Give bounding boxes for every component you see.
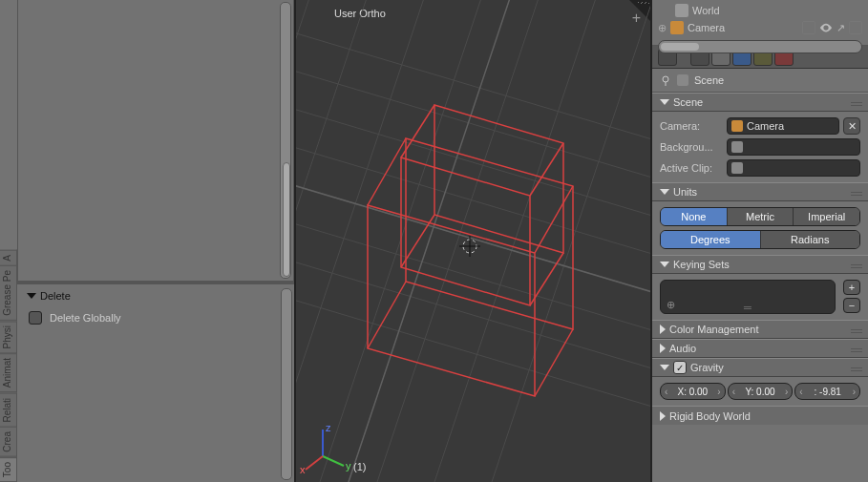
svg-line-5 (296, 248, 650, 382)
outliner-camera-label: Camera (688, 22, 725, 33)
tool-shelf: Too Crea Relati Animat Physi Grease Pe A… (0, 0, 294, 482)
restrict-icon[interactable] (802, 21, 815, 34)
svg-line-6 (296, 286, 650, 420)
panel-keying: ═ ⊕ + − (652, 274, 868, 320)
tab-relations[interactable]: Relati (0, 393, 17, 428)
expand-icon (660, 411, 666, 421)
operator-title: Delete (40, 290, 71, 302)
list-grip-icon[interactable]: ═ (744, 302, 752, 311)
grip-icon[interactable] (851, 346, 862, 352)
pin-icon[interactable] (660, 74, 671, 86)
properties-region: World ⊕ Camera ↗ Scene Scene (650, 0, 868, 482)
panel-gravity: X: 0.00 Y: 0.00 : -9.81 (652, 377, 868, 406)
gravity-checkbox[interactable]: ✓ (673, 361, 687, 374)
svg-line-4 (296, 210, 650, 344)
object-count: (1) (353, 461, 366, 472)
clip-icon (731, 162, 743, 174)
keying-list[interactable]: ═ ⊕ (660, 280, 836, 314)
outliner-world-label: World (692, 5, 720, 16)
svg-text:y: y (346, 460, 351, 472)
clear-camera-button[interactable]: ✕ (843, 117, 860, 135)
outliner-scrollbar[interactable] (658, 40, 862, 53)
keying-remove-button[interactable]: − (843, 298, 860, 313)
panel-title-rigidbody: Rigid Body World (669, 410, 751, 422)
unit-none[interactable]: None (661, 208, 728, 225)
svg-line-9 (296, 0, 372, 482)
outliner-camera[interactable]: ⊕ Camera ↗ (658, 19, 862, 36)
tool-shelf-tabs: Too Crea Relati Animat Physi Grease Pe A (0, 0, 17, 482)
active-clip-field[interactable] (727, 159, 860, 177)
svg-text:z: z (326, 422, 331, 433)
grip-icon[interactable] (851, 327, 862, 333)
background-field[interactable] (727, 138, 860, 156)
active-clip-label: Active Clip: (660, 162, 723, 174)
panel-header-units[interactable]: Units (652, 182, 868, 201)
tab-physics[interactable]: Physi (0, 321, 17, 353)
breadcrumb: Scene (652, 69, 868, 93)
panel-title-units: Units (673, 186, 697, 198)
axis-gizmo-icon: z y x (300, 422, 351, 475)
collapse-icon (660, 189, 669, 195)
outliner: World ⊕ Camera ↗ (652, 0, 868, 46)
grip-icon[interactable] (851, 100, 862, 106)
unit-metric[interactable]: Metric (728, 208, 794, 225)
svg-marker-24 (434, 105, 563, 253)
camera-restrict-icon[interactable] (849, 21, 862, 34)
svg-line-3 (296, 57, 650, 191)
svg-marker-17 (368, 205, 535, 396)
svg-line-16 (344, 0, 516, 482)
grip-icon[interactable] (851, 366, 862, 371)
scene-icon (677, 74, 688, 86)
svg-point-38 (663, 76, 668, 82)
gravity-x[interactable]: X: 0.00 (660, 383, 726, 400)
gravity-y[interactable]: Y: 0.00 (728, 383, 794, 400)
angle-radians[interactable]: Radians (761, 231, 860, 248)
svg-line-10 (296, 0, 430, 482)
svg-text:x: x (300, 464, 306, 475)
delete-globally-option[interactable]: Delete Globally (29, 311, 285, 325)
breadcrumb-scene[interactable]: Scene (694, 74, 724, 86)
svg-line-22 (368, 282, 406, 348)
eye-icon[interactable] (819, 21, 833, 34)
keying-add-button[interactable]: + (843, 280, 860, 295)
grip-icon[interactable] (851, 190, 862, 196)
camera-label: Camera: (660, 120, 723, 132)
tab-animation[interactable]: Animat (0, 353, 17, 392)
tab-grease-pencil[interactable]: Grease Pe (0, 265, 17, 321)
unit-imperial[interactable]: Imperial (794, 208, 859, 225)
collapse-icon (660, 365, 669, 370)
tab-create[interactable]: Crea (0, 427, 17, 457)
grip-icon[interactable] (851, 262, 862, 268)
panel-header-rigidbody[interactable]: Rigid Body World (652, 406, 868, 425)
panel-title-scene: Scene (673, 96, 703, 108)
svg-line-1 (296, 95, 650, 229)
checkbox-icon[interactable] (29, 311, 42, 325)
outliner-world[interactable]: World (658, 2, 862, 19)
panel-header-gravity[interactable]: ✓ Gravity (652, 358, 868, 377)
panel-header-scene[interactable]: Scene (652, 93, 868, 112)
expand-icon (660, 325, 666, 334)
tab-tools[interactable]: Too (0, 457, 17, 482)
operator-header[interactable]: Delete (27, 290, 285, 302)
gravity-z[interactable]: : -9.81 (794, 383, 860, 400)
panel-title-keying: Keying Sets (673, 259, 730, 270)
angle-degrees[interactable]: Degrees (661, 231, 761, 248)
collapse-icon (660, 262, 669, 267)
camera-field[interactable]: Camera (727, 117, 839, 135)
panel-header-keying[interactable]: Keying Sets (652, 255, 868, 274)
3d-viewport[interactable]: User Ortho + (294, 0, 650, 482)
cursor-icon[interactable]: ↗ (836, 22, 845, 34)
panel-units: None Metric Imperial Degrees Radians (652, 201, 868, 255)
tab-misc[interactable]: A (0, 250, 17, 266)
world-icon (675, 4, 688, 17)
panel-header-audio[interactable]: Audio (652, 339, 868, 358)
svg-line-34 (306, 456, 323, 470)
scrollbar-thumb[interactable] (283, 162, 290, 277)
panel-header-color-mgmt[interactable]: Color Management (652, 320, 868, 339)
collapse-icon (27, 293, 36, 299)
camera-value: Camera (747, 120, 784, 132)
panel-scene: Camera: Camera ✕ Backgrou... Active Clip… (652, 112, 868, 182)
panel-title-gravity: Gravity (690, 362, 724, 373)
panel-title-color-mgmt: Color Management (669, 324, 759, 335)
svg-line-14 (487, 0, 650, 482)
